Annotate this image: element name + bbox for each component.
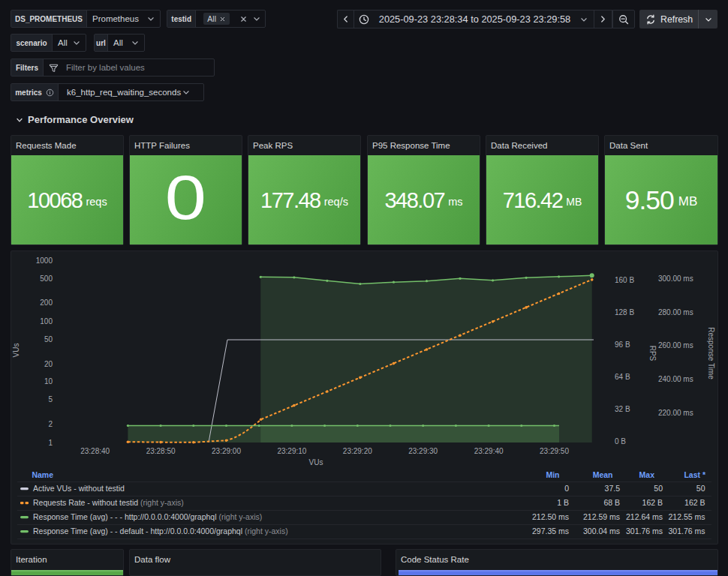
- svg-text:37.5: 37.5: [605, 484, 621, 493]
- svg-text:5: 5: [48, 395, 53, 404]
- svg-text:212.59 ms: 212.59 ms: [583, 512, 620, 521]
- svg-text:220.00 ms: 220.00 ms: [658, 409, 693, 417]
- svg-text:VUs: VUs: [309, 458, 323, 466]
- svg-text:200: 200: [40, 298, 53, 307]
- svg-text:23:29:10: 23:29:10: [277, 447, 306, 455]
- svg-text:Min: Min: [546, 470, 559, 479]
- svg-text:VUs: VUs: [12, 344, 20, 358]
- svg-text:128 B: 128 B: [615, 308, 634, 316]
- svg-text:280.00 ms: 280.00 ms: [658, 308, 693, 316]
- svg-text:Requests Rate - without testid: Requests Rate - without testid (right y-…: [33, 498, 184, 507]
- svg-text:100: 100: [40, 317, 53, 326]
- svg-text:96 B: 96 B: [615, 340, 630, 349]
- svg-text:Response Time (avg) - - - http: Response Time (avg) - - - http://0.0.0.0…: [33, 512, 262, 521]
- svg-text:23:29:30: 23:29:30: [408, 447, 438, 455]
- svg-text:50: 50: [44, 335, 53, 344]
- svg-text:50: 50: [654, 484, 663, 493]
- svg-text:301.76 ms: 301.76 ms: [626, 526, 663, 536]
- svg-text:Last *: Last *: [684, 470, 706, 479]
- svg-text:297.35 ms: 297.35 ms: [532, 526, 569, 536]
- svg-text:50: 50: [696, 484, 705, 493]
- svg-text:64 B: 64 B: [615, 373, 630, 381]
- svg-text:Mean: Mean: [593, 470, 613, 479]
- svg-text:300.00 ms: 300.00 ms: [658, 274, 693, 283]
- svg-text:212.50 ms: 212.50 ms: [532, 512, 569, 521]
- svg-text:Response Time (avg) - - defaul: Response Time (avg) - - default - http:/…: [33, 526, 288, 536]
- svg-text:0 B: 0 B: [615, 437, 626, 446]
- svg-text:23:29:20: 23:29:20: [343, 447, 372, 455]
- svg-text:260.00 ms: 260.00 ms: [658, 341, 693, 350]
- svg-text:160 B: 160 B: [615, 276, 634, 284]
- svg-text:212.64 ms: 212.64 ms: [626, 512, 663, 521]
- svg-text:240.00 ms: 240.00 ms: [658, 375, 693, 383]
- svg-text:300.04 ms: 300.04 ms: [583, 526, 620, 536]
- svg-text:20: 20: [44, 360, 53, 368]
- svg-text:212.55 ms: 212.55 ms: [668, 512, 705, 521]
- svg-text:162 B: 162 B: [642, 498, 663, 507]
- svg-text:301.76 ms: 301.76 ms: [668, 526, 705, 536]
- svg-text:162 B: 162 B: [684, 498, 705, 507]
- svg-text:32 B: 32 B: [615, 405, 630, 413]
- svg-text:23:29:40: 23:29:40: [474, 447, 504, 455]
- svg-text:2: 2: [48, 420, 53, 428]
- svg-text:23:28:40: 23:28:40: [80, 447, 110, 455]
- svg-text:Active VUs - without testid: Active VUs - without testid: [33, 484, 125, 493]
- svg-text:23:29:00: 23:29:00: [212, 447, 241, 455]
- svg-text:Name: Name: [32, 470, 53, 479]
- svg-text:500: 500: [40, 274, 53, 283]
- svg-text:23:29:50: 23:29:50: [540, 447, 569, 455]
- svg-text:1: 1: [48, 439, 53, 447]
- svg-text:23:28:50: 23:28:50: [146, 447, 176, 455]
- svg-text:68 B: 68 B: [603, 498, 620, 507]
- svg-text:Max: Max: [639, 470, 655, 479]
- svg-text:1000: 1000: [36, 256, 53, 265]
- svg-text:RPS: RPS: [648, 346, 657, 362]
- svg-text:0: 0: [564, 484, 569, 493]
- svg-text:Response Time: Response Time: [707, 327, 715, 380]
- svg-text:10: 10: [44, 377, 53, 386]
- svg-text:1 B: 1 B: [557, 498, 569, 507]
